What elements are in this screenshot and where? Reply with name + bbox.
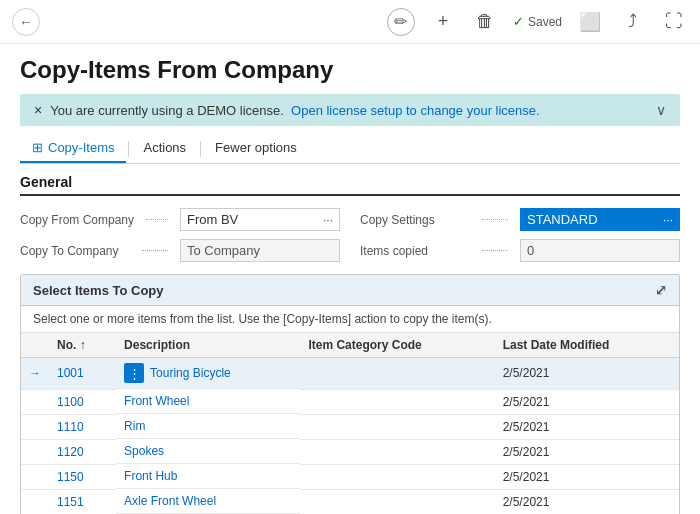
row-description: Front Wheel (116, 389, 300, 414)
back-button[interactable]: ← (12, 8, 40, 36)
row-no-link[interactable]: 1120 (57, 445, 84, 459)
fullscreen-icon: ⛶ (665, 11, 683, 32)
copy-settings-ellipsis-button[interactable]: ··· (663, 213, 673, 227)
edit-button[interactable]: ✏ (387, 8, 415, 36)
copy-from-company-input[interactable]: From BV ··· (180, 208, 340, 231)
add-button[interactable]: + (429, 8, 457, 36)
row-no[interactable]: 1150 (49, 464, 116, 489)
row-arrow (21, 414, 49, 439)
actions-tab-label: Actions (143, 140, 186, 155)
row-category (300, 358, 494, 390)
row-no[interactable]: 1001 (49, 358, 116, 390)
row-arrow (21, 389, 49, 414)
row-description: Axle Front Wheel (116, 489, 300, 514)
tab-separator-2 (200, 141, 201, 157)
row-description-link[interactable]: Axle Front Wheel (124, 494, 216, 508)
row-description-link[interactable]: Front Hub (124, 469, 177, 483)
row-category (300, 439, 494, 464)
row-arrow (21, 489, 49, 514)
col-date-header[interactable]: Last Date Modified (495, 333, 679, 358)
delete-button[interactable]: 🗑 (471, 8, 499, 36)
top-toolbar: ← ✏ + 🗑 ✓ Saved ⬜ ⤴ ⛶ (0, 0, 700, 44)
saved-label: Saved (528, 15, 562, 29)
row-date: 2/5/2021 (495, 358, 679, 390)
copy-to-company-value: To Company (187, 243, 333, 258)
general-section-title: General (20, 174, 680, 196)
row-description: ⋮Touring Bicycle (116, 358, 300, 389)
row-category (300, 489, 494, 514)
row-description-link[interactable]: Touring Bicycle (150, 366, 231, 380)
banner-close-button[interactable]: × (34, 102, 42, 118)
row-category (300, 464, 494, 489)
field-dots-2 (142, 250, 168, 251)
table-row[interactable]: 1150Front Hub2/5/2021 (21, 464, 679, 489)
copy-to-company-field: Copy To Company To Company (20, 239, 340, 262)
copy-items-tab-icon: ⊞ (32, 140, 43, 155)
row-no[interactable]: 1120 (49, 439, 116, 464)
items-table-wrap[interactable]: No. ↑ Description Item Category Code Las… (21, 333, 679, 514)
row-no[interactable]: 1110 (49, 414, 116, 439)
col-no-header[interactable]: No. ↑ (49, 333, 116, 358)
items-section-expand-icon[interactable]: ⤢ (655, 282, 667, 298)
row-date: 2/5/2021 (495, 389, 679, 414)
row-no-link[interactable]: 1151 (57, 495, 84, 509)
col-arrow (21, 333, 49, 358)
row-date: 2/5/2021 (495, 464, 679, 489)
saved-indicator: ✓ Saved (513, 14, 562, 29)
copy-from-company-ellipsis-button[interactable]: ··· (323, 213, 333, 227)
share-button[interactable]: ⤴ (618, 8, 646, 36)
copy-settings-value: STANDARD (527, 212, 659, 227)
tab-separator-1 (128, 141, 129, 157)
row-arrow (21, 439, 49, 464)
col-description-header[interactable]: Description (116, 333, 300, 358)
copy-settings-input[interactable]: STANDARD ··· (520, 208, 680, 231)
row-description: Spokes (116, 439, 300, 464)
row-no-link[interactable]: 1001 (57, 366, 84, 380)
row-description: Rim (116, 414, 300, 439)
table-row[interactable]: 1151Axle Front Wheel2/5/2021 (21, 489, 679, 514)
items-section-title: Select Items To Copy (33, 283, 164, 298)
banner-link[interactable]: Open license setup to change your licens… (291, 103, 540, 118)
row-description-link[interactable]: Front Wheel (124, 394, 189, 408)
copy-to-company-input[interactable]: To Company (180, 239, 340, 262)
row-no-link[interactable]: 1110 (57, 420, 84, 434)
col-category-header[interactable]: Item Category Code (300, 333, 494, 358)
table-row[interactable]: 1100Front Wheel2/5/2021 (21, 389, 679, 414)
row-action-button[interactable]: ⋮ (124, 363, 144, 383)
edit-icon: ✏ (394, 12, 407, 31)
table-row[interactable]: 1110Rim2/5/2021 (21, 414, 679, 439)
items-table: No. ↑ Description Item Category Code Las… (21, 333, 679, 514)
fullscreen-button[interactable]: ⛶ (660, 8, 688, 36)
row-no[interactable]: 1151 (49, 489, 116, 514)
items-copied-input: 0 (520, 239, 680, 262)
copy-from-company-value: From BV (187, 212, 319, 227)
col-description-label: Description (124, 338, 190, 352)
table-row[interactable]: 1120Spokes2/5/2021 (21, 439, 679, 464)
add-icon: + (438, 11, 449, 32)
field-dots-3 (482, 219, 508, 220)
saved-check-icon: ✓ (513, 14, 524, 29)
col-category-label: Item Category Code (308, 338, 421, 352)
tablet-button[interactable]: ⬜ (576, 8, 604, 36)
copy-to-company-label: Copy To Company (20, 244, 130, 258)
demo-banner: × You are currently using a DEMO license… (20, 94, 680, 126)
tab-copy-items[interactable]: ⊞ Copy-Items (20, 134, 126, 163)
copy-settings-label: Copy Settings (360, 213, 470, 227)
banner-chevron-icon[interactable]: ∨ (656, 102, 666, 118)
row-no-link[interactable]: 1150 (57, 470, 84, 484)
row-description-link[interactable]: Spokes (124, 444, 164, 458)
row-no-link[interactable]: 1100 (57, 395, 84, 409)
copy-items-tab-label: Copy-Items (48, 140, 114, 155)
copy-from-company-label: Copy From Company (20, 213, 134, 227)
back-icon: ← (19, 14, 33, 30)
delete-icon: 🗑 (476, 11, 494, 32)
items-copied-value: 0 (527, 243, 673, 258)
copy-from-company-field: Copy From Company From BV ··· (20, 208, 340, 231)
row-description: Front Hub (116, 464, 300, 489)
row-no[interactable]: 1100 (49, 389, 116, 414)
field-dots-4 (482, 250, 508, 251)
table-row[interactable]: →1001⋮Touring Bicycle2/5/2021 (21, 358, 679, 390)
tab-fewer-options[interactable]: Fewer options (203, 134, 309, 163)
row-description-link[interactable]: Rim (124, 419, 145, 433)
tab-actions[interactable]: Actions (131, 134, 198, 163)
